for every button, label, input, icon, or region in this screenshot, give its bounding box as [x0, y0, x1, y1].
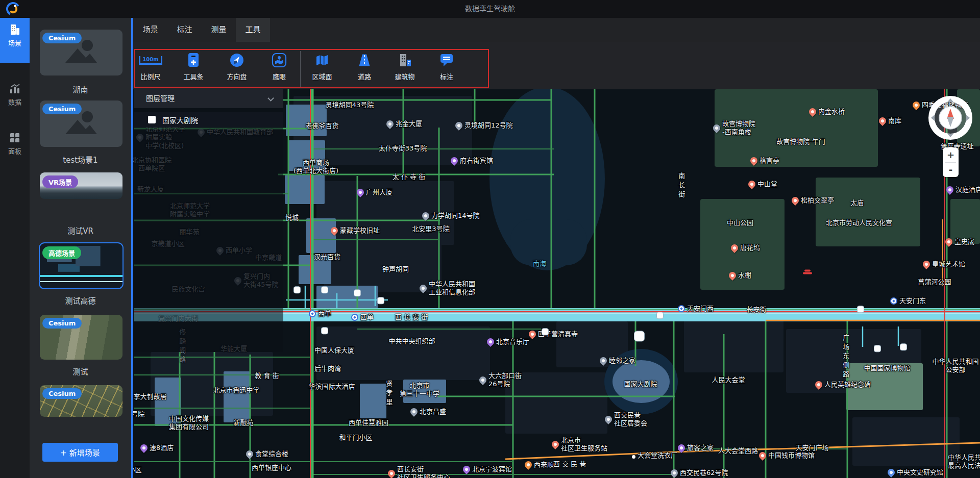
map-poi[interactable]: 中国钱币博物馆 — [759, 451, 815, 460]
tab-测量[interactable]: 测量 — [202, 18, 236, 42]
scene-card[interactable]: Cesium — [40, 100, 122, 147]
toolbar-item-道路[interactable]: 道路 — [345, 49, 384, 88]
map-poi[interactable]: 天安门东 — [890, 297, 926, 305]
map-poi[interactable]: 内金水桥 — [809, 108, 845, 116]
tab-标注[interactable]: 标注 — [167, 18, 202, 42]
map-poi[interactable]: 西交民巷 社区居委会 — [605, 411, 647, 428]
map-poi[interactable]: 广州大厦 — [357, 188, 393, 196]
map-poi[interactable]: 大会堂洗衣厂 — [632, 451, 677, 460]
zoom-in-button[interactable]: + — [943, 147, 959, 162]
map-label-text: 中共中央组织部 — [388, 337, 435, 345]
metro-station-marker[interactable] — [857, 306, 864, 313]
map-poi[interactable]: 回子营清真寺 — [529, 330, 578, 338]
map-label-text: 中华人民共和国 公安部 — [932, 358, 978, 373]
map-pin-icon — [418, 283, 428, 293]
map-poi[interactable]: 北京音乐厅 — [487, 338, 529, 346]
sidebar-item-data[interactable]: 数据 — [0, 77, 30, 113]
tab-场景[interactable]: 场景 — [133, 18, 167, 42]
map-poi[interactable]: 中央文史研究馆 — [888, 468, 943, 476]
map-poi[interactable]: 南库 — [879, 117, 901, 125]
layer-checkbox[interactable] — [148, 116, 156, 123]
scene-card[interactable]: Cesium — [40, 30, 122, 76]
map-label-text: 人民英雄纪念碑 — [824, 381, 871, 389]
map-poi[interactable]: 皇城艺术馆 — [923, 260, 965, 268]
map-poi[interactable]: 蒙藏学校旧址 — [331, 227, 380, 235]
map-poi[interactable]: 格言亭 — [750, 157, 779, 165]
map-poi[interactable]: 中山堂 — [748, 180, 777, 188]
add-scene-button[interactable]: + 新增场景 — [42, 443, 118, 462]
metro-station-marker[interactable] — [377, 297, 384, 304]
chevron-down-icon[interactable] — [267, 95, 274, 102]
scene-thumbnail[interactable]: VR场景 — [40, 172, 122, 199]
map-poi[interactable]: 水榭 — [729, 271, 751, 280]
metro-station-marker[interactable] — [656, 312, 664, 319]
map-poi[interactable]: 食堂综合楼 — [246, 450, 288, 458]
map-poi[interactable]: 北京宁波宾馆 — [463, 465, 512, 473]
map-poi[interactable]: 灵境胡同12号院 — [455, 121, 513, 130]
tiananmen-gate-icon[interactable] — [803, 270, 812, 275]
toolbar-item-标注[interactable]: 标注 — [427, 49, 466, 88]
map-poi[interactable]: 北京市 社区卫生服务站 — [552, 436, 607, 453]
map-label-text: 内金水桥 — [818, 108, 845, 116]
toolbar-item-区域面[interactable]: 区域面 — [303, 49, 341, 88]
map-poi[interactable]: 西单 — [309, 310, 331, 318]
metro-station-marker[interactable] — [542, 328, 549, 335]
scene-thumbnail[interactable]: 高德场景 — [40, 243, 122, 288]
map-poi[interactable]: 西长安街 社区卫生服务中心 — [388, 465, 450, 478]
tab-工具[interactable]: 工具 — [236, 18, 270, 42]
metro-station-marker[interactable] — [293, 286, 301, 293]
map-poi[interactable]: 兆金大厦 — [386, 120, 422, 128]
map-poi[interactable]: 皇史宬 — [945, 238, 974, 246]
scene-card[interactable]: Cesium — [40, 385, 122, 417]
metro-station-marker[interactable] — [634, 331, 645, 341]
map-label-text: 广场东侧路 — [842, 334, 849, 380]
map-poi[interactable]: 人民英雄纪念碑 — [815, 381, 871, 389]
scene-thumbnail[interactable]: Cesium — [40, 315, 122, 360]
map-text-label: 悦城 — [285, 214, 299, 222]
map-poi[interactable]: 旅客之家 — [678, 444, 714, 452]
metro-station-marker[interactable] — [321, 327, 328, 334]
scene-thumbnail[interactable]: Cesium — [40, 385, 122, 417]
scene-card[interactable]: 高德场景 — [40, 243, 122, 288]
scene-thumbnail[interactable]: Cesium — [40, 30, 122, 76]
scene-card[interactable]: VR场景 — [40, 172, 122, 199]
map-poi[interactable]: 汉庭酒店 — [946, 186, 980, 194]
metro-station-marker[interactable] — [874, 345, 881, 352]
map-label-text: 汉光百货 — [314, 253, 340, 261]
sidebar-item-scene[interactable]: 场景 — [0, 18, 30, 63]
map-poi[interactable]: 故宫博物院 -西南角楼 — [713, 120, 755, 137]
metro-station-marker[interactable] — [354, 289, 361, 296]
map-text-label: 后牛肉湾 — [314, 365, 341, 373]
map-poi[interactable]: 大六部口街 26号院 — [479, 372, 522, 389]
map-poi[interactable]: 唐花坞 — [731, 244, 760, 252]
scene-icon — [0, 24, 30, 35]
map-poi[interactable]: 力学胡同14号院 — [422, 212, 480, 220]
map-poi[interactable]: 天安门西 — [678, 305, 714, 313]
zoom-out-button[interactable]: - — [943, 162, 959, 177]
map-poi[interactable]: 中华人民共和国 工业和信息化部 — [420, 280, 475, 297]
map-label-text: 老佛爷百货 — [305, 122, 338, 130]
toolbar-item-工具条[interactable]: 工具条 — [174, 49, 213, 88]
sidebar-item-panel[interactable]: 面板 — [0, 126, 30, 162]
toolbar-item-比例尺[interactable]: 100m比例尺 — [131, 49, 170, 88]
metro-icon — [890, 297, 897, 305]
map-poi[interactable]: 府右街宾馆 — [451, 157, 493, 165]
map-poi[interactable]: 北京昌盛 — [410, 408, 446, 416]
toolbar-item-鹰眼[interactable]: 鹰眼 — [260, 49, 299, 88]
map-poi[interactable]: 松柏交翠亭 — [792, 196, 834, 205]
compass-control[interactable] — [926, 93, 975, 142]
map-poi[interactable]: 西来顺 — [525, 461, 554, 469]
map-poi[interactable]: 西交民巷62号院 — [671, 469, 728, 477]
map-label-text: 国家大剧院 — [624, 380, 657, 388]
map-poi[interactable]: 西单 — [351, 313, 374, 321]
metro-station-marker[interactable] — [900, 343, 907, 350]
map-canvas[interactable]: 灵境胡同43号院老佛爷百货兆金大厦灵境胡同12号院太仆寺街33号院西单商场 (西… — [133, 89, 980, 478]
metro-station-marker[interactable] — [321, 286, 328, 293]
toolbar-item-建筑物[interactable]: 建筑物 — [385, 49, 424, 88]
map-label-text: 西交民巷62号院 — [680, 469, 728, 477]
toolbar-item-方向盘[interactable]: 方向盘 — [217, 49, 256, 88]
map-poi[interactable]: 速8酒店 — [140, 444, 174, 452]
scene-card[interactable]: Cesium — [40, 315, 122, 360]
map-poi[interactable]: 睦邻之家 — [600, 357, 635, 365]
scene-thumbnail[interactable]: Cesium — [40, 100, 122, 147]
